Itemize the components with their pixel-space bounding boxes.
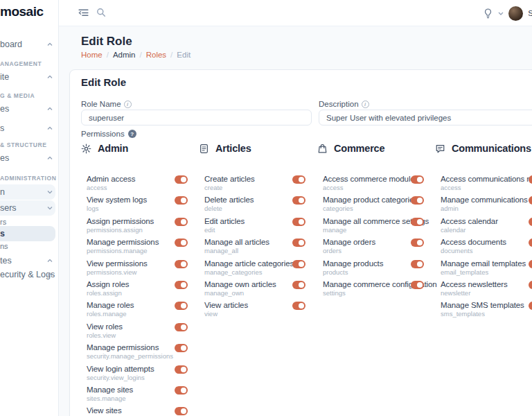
permission-row-manage: Manage all commerce settingsmanage [317, 217, 435, 238]
sidebar-item-board[interactable]: board [0, 37, 59, 52]
permission-toggle[interactable] [175, 260, 188, 268]
permission-key: newsletter [441, 289, 532, 297]
permission-toggle[interactable] [411, 196, 424, 205]
sidebar-item-highlight [0, 226, 55, 241]
permission-key: orders [323, 247, 435, 254]
permission-column-admin: Admin accessaccessView system logslogsAs… [81, 175, 199, 416]
app-root: mosaic boardANAGEMENTiteG & MEDIAess& ST… [0, 0, 532, 416]
permission-toggle[interactable] [292, 281, 305, 289]
permission-row-sites-manage: Manage sitessites.manage [81, 385, 199, 406]
permission-key: access [441, 184, 532, 191]
permission-column-header-communications: Communications [435, 143, 531, 154]
permission-toggle[interactable] [529, 218, 532, 226]
toggle-knob [299, 177, 304, 182]
sidebar-item-s[interactable]: s [0, 226, 59, 241]
info-icon[interactable]: i [362, 101, 369, 108]
sidebar-item-label: ite [0, 72, 9, 82]
sidebar-subitem-rs[interactable]: rs [0, 218, 59, 226]
permission-toggle[interactable] [175, 302, 188, 310]
permission-toggle[interactable] [175, 344, 188, 352]
permission-toggle[interactable] [175, 196, 188, 205]
sidebar-item-ite[interactable]: ite [0, 69, 59, 85]
permission-toggle[interactable] [529, 175, 532, 184]
chevron-down-icon[interactable] [498, 12, 504, 15]
breadcrumb-roles[interactable]: Roles [146, 51, 166, 59]
sidebar-item-tes[interactable]: tes [0, 253, 59, 268]
sidebar-item-s[interactable]: s [0, 121, 59, 136]
permission-toggle[interactable] [292, 302, 305, 310]
toggle-knob [181, 240, 186, 245]
chevron-up-icon [47, 76, 53, 79]
permission-toggle[interactable] [292, 175, 305, 184]
permission-toggle[interactable] [529, 260, 532, 268]
permission-toggle[interactable] [411, 218, 424, 226]
permission-toggle[interactable] [292, 239, 305, 247]
sidebar-item-n[interactable]: n [0, 184, 59, 200]
description-input[interactable] [319, 110, 532, 125]
permission-toggle[interactable] [175, 386, 188, 395]
permission-toggle[interactable] [292, 196, 305, 205]
toggle-knob [417, 240, 423, 245]
breadcrumb-separator: / [107, 51, 109, 59]
help-icon[interactable]: ? [128, 130, 136, 138]
sidebar-item-es[interactable]: es [0, 150, 59, 166]
role-name-input[interactable] [81, 110, 312, 125]
permission-key: security.manage_permissions [87, 352, 199, 360]
permission-title: Access communications module [441, 175, 532, 184]
breadcrumb-home[interactable]: Home [81, 51, 103, 59]
permission-toggle[interactable] [411, 260, 424, 268]
permission-toggle[interactable] [411, 281, 424, 289]
permission-toggle[interactable] [175, 323, 188, 331]
lightbulb-icon[interactable] [483, 8, 493, 19]
permission-toggle[interactable] [292, 218, 305, 226]
permission-toggle[interactable] [411, 239, 424, 247]
permission-toggle[interactable] [175, 365, 188, 374]
permission-toggle[interactable] [175, 175, 188, 184]
permission-column-title: Communications [452, 143, 531, 154]
permission-key: permissions.view [87, 268, 199, 276]
breadcrumb-admin[interactable]: Admin [113, 51, 136, 59]
permission-key: calendar [441, 226, 532, 234]
info-icon[interactable]: i [124, 101, 132, 108]
permission-title: Access calendar [441, 217, 532, 226]
user-label[interactable]: Site [528, 9, 532, 17]
sidebar-item-label: s [0, 229, 5, 239]
brand-logo[interactable]: mosaic [0, 4, 43, 19]
breadcrumb-separator: / [170, 51, 172, 59]
toggle-knob [417, 219, 423, 225]
card-title: Edit Role [81, 76, 126, 88]
chevron-up-icon [47, 259, 53, 263]
permission-key: view [204, 310, 317, 318]
permission-toggle[interactable] [529, 281, 532, 289]
permission-key: access [323, 184, 435, 191]
permission-row-access: Access communications moduleaccess [435, 175, 532, 196]
permission-row-newsletter: Access newslettersnewsletter [435, 280, 532, 301]
permissions-label: Permissions ? [81, 130, 136, 138]
sidebar-item-label: n [0, 187, 5, 197]
toggle-knob [181, 219, 186, 225]
permission-column-header-commerce: Commerce [317, 143, 384, 154]
permission-row-manage-own: Manage own articlesmanage_own [199, 280, 317, 301]
sidebar-subitem-ns[interactable]: ns [0, 242, 59, 250]
sidebar-item-es[interactable]: es [0, 101, 59, 116]
permission-toggle[interactable] [175, 218, 188, 226]
sidebar-toggle-icon[interactable] [78, 7, 90, 19]
permission-column-title: Admin [98, 143, 128, 154]
page-title: Edit Role [81, 35, 132, 49]
permission-toggle[interactable] [175, 239, 188, 247]
breadcrumb: Home/Admin/Roles/Edit [81, 51, 190, 59]
topbar: Site [59, 0, 532, 26]
sidebar-item-ecurity-logs[interactable]: ecurity & Logs [0, 267, 59, 282]
permission-toggle[interactable] [292, 260, 305, 268]
permission-column-title: Articles [215, 143, 251, 154]
permission-toggle[interactable] [175, 281, 188, 289]
permission-toggle[interactable] [411, 175, 424, 184]
sidebar-item-sers[interactable]: sers [0, 200, 59, 216]
sidebar-item-label: s [0, 123, 4, 133]
permission-key: permissions.assign [87, 226, 199, 234]
permission-toggle[interactable] [175, 407, 188, 415]
search-icon[interactable] [96, 7, 108, 19]
permission-key: edit [204, 226, 317, 234]
avatar[interactable] [508, 6, 523, 21]
permission-row-permissions-manage: Manage permissionspermissions.manage [81, 238, 199, 259]
